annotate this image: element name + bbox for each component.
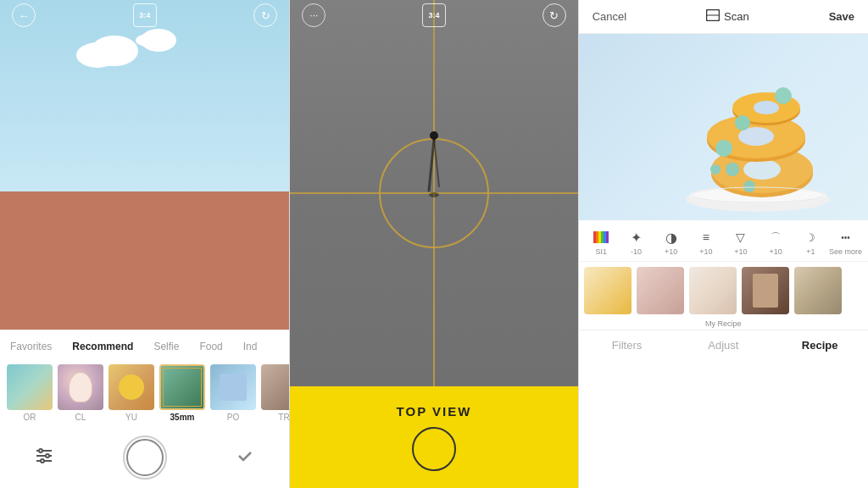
filter-cl-label: CL [58,413,103,422]
tool-structure[interactable]: ≡ +10 [688,227,723,258]
brightness-icon: ✦ [631,229,642,246]
back-button[interactable]: ← [12,3,36,27]
scan-icon [706,9,720,24]
tab-favorites[interactable]: Favorites [0,337,62,356]
svg-rect-32 [598,231,601,243]
scan-label: Scan [724,10,749,23]
rotate-button-mid[interactable]: ↻ [542,3,566,27]
tool-fade[interactable]: ⌒ +10 [759,227,793,258]
svg-line-9 [434,140,439,186]
filter-or[interactable]: OR [7,364,53,422]
svg-point-4 [46,454,49,458]
save-button[interactable]: Save [829,10,854,23]
tab-selfie[interactable]: Selfie [143,337,189,356]
more-options-button[interactable]: ··· [302,3,326,27]
svg-point-3 [39,449,42,452]
court-background [290,0,577,386]
svg-point-28 [710,164,721,175]
shutter-inner [126,439,164,476]
mid-photo-area: ··· 3:4 ↻ [290,0,577,386]
adjust-icon[interactable] [34,446,54,470]
structure-icon: ≡ [703,229,709,246]
check-button[interactable] [235,446,255,470]
tab-filters[interactable]: Filters [579,339,676,352]
tool-tint[interactable]: ☽ +1 [793,227,828,258]
filter-tr[interactable]: TR [261,364,289,422]
fade-icon: ⌒ [771,229,781,246]
filter-po[interactable]: PO [210,364,256,422]
svg-rect-31 [596,231,598,243]
recipe-thumbnails [579,262,868,319]
tool-contrast-label: +10 [665,247,677,256]
tint-icon: ☽ [805,229,815,246]
tools-row: SI1 ✦ -10 ◑ +10 ≡ +10 ▽ +10 ⌒ +10 ☽ +1 •… [579,220,868,262]
tool-more-label: See more [829,247,862,256]
middle-panel: ··· 3:4 ↻ TOP VIEW [290,0,577,488]
recipe-thumb-2[interactable] [637,267,684,314]
svg-point-6 [429,192,439,197]
left-top-bar: ← 3:4 ↻ [0,0,289,30]
mid-top-bar: ··· 3:4 ↻ [290,0,577,30]
shutter-button[interactable] [123,435,167,480]
tab-recipe[interactable]: Recipe [771,339,868,352]
svg-point-25 [726,163,739,176]
donut-background [579,34,868,220]
more-icon: ••• [841,229,850,246]
filter-po-label: PO [210,413,256,422]
svg-point-22 [754,101,779,114]
recipe-thumb-5[interactable] [794,267,842,314]
tool-contrast[interactable]: ◑ +10 [654,227,688,258]
top-view-label: TOP VIEW [397,404,472,419]
tool-brightness-label: -10 [631,247,642,256]
tool-brightness[interactable]: ✦ -10 [619,227,654,258]
tab-adjust[interactable]: Adjust [675,339,771,352]
svg-line-8 [429,140,434,191]
cancel-button[interactable]: Cancel [593,10,626,23]
tab-recommend[interactable]: Recommend [62,337,143,356]
svg-rect-34 [604,231,606,243]
filter-tr-label: TR [261,413,289,422]
contrast-icon: ◑ [665,229,677,246]
person-shadow-group [417,123,451,202]
right-top-bar: Cancel Scan Save [579,0,868,34]
ratio-button-left[interactable]: 3:4 [133,3,157,27]
tool-si1-label: SI1 [596,247,608,256]
ratio-button-mid[interactable]: 3:4 [422,3,446,27]
tool-fade-label: +10 [769,247,782,256]
tool-vignette[interactable]: ▽ +10 [723,227,758,258]
filter-thumbnails: OR CL YU 35mm P [0,359,289,427]
tool-more[interactable]: ••• See more [828,227,863,258]
right-panel: Cancel Scan Save [579,0,868,488]
svg-rect-35 [606,231,609,243]
tool-structure-label: +10 [699,247,712,256]
rotate-button-left[interactable]: ↻ [253,3,277,27]
brick-wall [0,191,289,330]
svg-rect-33 [601,231,604,243]
right-photo-area [579,34,868,220]
scan-button[interactable]: Scan [706,9,749,24]
svg-point-26 [775,87,792,104]
recipe-thumb-1[interactable] [584,267,632,314]
si1-icon [593,229,609,246]
tool-si1[interactable]: SI1 [584,227,619,258]
svg-point-5 [41,459,44,463]
svg-point-27 [743,180,755,192]
svg-point-24 [715,140,732,157]
tab-food[interactable]: Food [189,337,232,356]
yellow-bottom-area: TOP VIEW [290,386,577,488]
svg-point-23 [735,115,750,130]
filter-35mm[interactable]: 35mm [159,364,205,422]
recipe-thumb-3[interactable] [689,267,737,314]
left-photo-area: ← 3:4 ↻ [0,0,289,330]
donut-illustration [673,38,843,216]
capture-button[interactable] [412,427,456,471]
my-recipe-label: My Recipe [579,319,868,330]
tool-vignette-label: +10 [734,247,747,256]
filter-cl[interactable]: CL [58,364,103,422]
left-bottom-controls [0,427,289,488]
filter-35mm-label: 35mm [159,413,205,422]
tab-ind[interactable]: Ind [233,337,268,356]
filter-yu[interactable]: YU [108,364,154,422]
cloud-2 [136,34,161,47]
recipe-thumb-4[interactable] [742,267,789,314]
